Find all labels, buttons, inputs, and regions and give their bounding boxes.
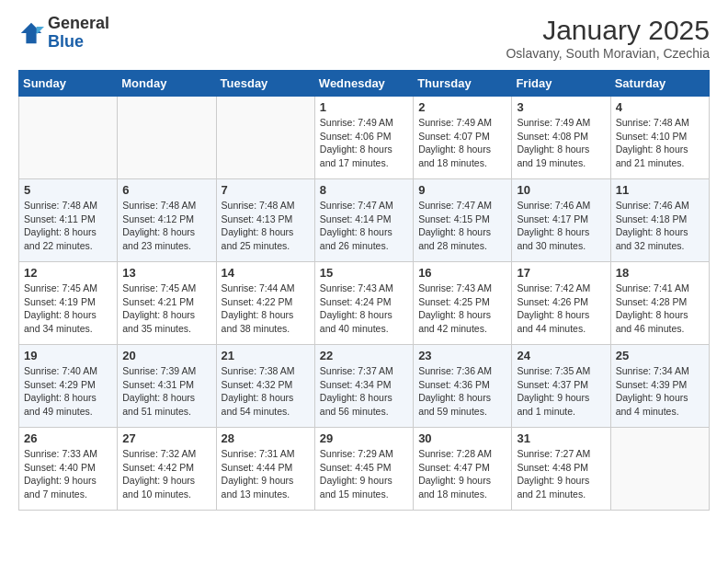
page-container: General Blue January 2025 Oslavany, Sout… [0,0,728,520]
col-monday: Monday [118,71,216,97]
calendar-cell: 27Sunrise: 7:32 AMSunset: 4:42 PMDayligh… [118,428,216,511]
logo-icon [18,20,44,46]
day-number: 6 [122,183,210,197]
day-number: 23 [418,349,506,362]
calendar-cell: 24Sunrise: 7:35 AMSunset: 4:37 PMDayligh… [512,345,610,428]
day-info: Sunrise: 7:37 AMSunset: 4:34 PMDaylight:… [320,364,408,419]
week-row-1: 1Sunrise: 7:49 AMSunset: 4:06 PMDaylight… [19,97,710,179]
calendar-cell [216,97,314,179]
day-info: Sunrise: 7:47 AMSunset: 4:14 PMDaylight:… [320,199,408,253]
day-info: Sunrise: 7:48 AMSunset: 4:13 PMDaylight:… [222,199,310,253]
day-number: 10 [517,183,605,197]
day-number: 18 [616,266,704,280]
month-title: January 2025 [506,15,710,46]
svg-marker-0 [21,23,41,43]
col-thursday: Thursday [414,71,512,97]
day-info: Sunrise: 7:34 AMSunset: 4:39 PMDaylight:… [616,364,704,419]
day-info: Sunrise: 7:28 AMSunset: 4:47 PMDaylight:… [418,447,506,501]
day-number: 31 [517,431,605,445]
calendar-cell: 19Sunrise: 7:40 AMSunset: 4:29 PMDayligh… [19,345,118,428]
day-number: 17 [517,266,605,280]
calendar-cell: 16Sunrise: 7:43 AMSunset: 4:25 PMDayligh… [414,262,512,345]
calendar-cell: 9Sunrise: 7:47 AMSunset: 4:15 PMDaylight… [414,179,512,262]
day-number: 14 [222,266,310,280]
page-header: General Blue January 2025 Oslavany, Sout… [18,15,710,61]
day-number: 12 [24,266,112,280]
day-number: 4 [616,100,704,114]
day-info: Sunrise: 7:45 AMSunset: 4:21 PMDaylight:… [122,282,210,336]
calendar-table: Sunday Monday Tuesday Wednesday Thursday… [18,70,710,511]
calendar-cell: 7Sunrise: 7:48 AMSunset: 4:13 PMDaylight… [216,179,314,262]
day-number: 3 [517,100,605,114]
day-info: Sunrise: 7:27 AMSunset: 4:48 PMDaylight:… [517,447,605,501]
day-info: Sunrise: 7:48 AMSunset: 4:11 PMDaylight:… [24,199,112,253]
calendar-cell: 3Sunrise: 7:49 AMSunset: 4:08 PMDaylight… [512,97,610,179]
calendar-cell [19,97,118,179]
calendar-cell: 20Sunrise: 7:39 AMSunset: 4:31 PMDayligh… [118,345,216,428]
day-number: 11 [616,183,704,197]
day-number: 20 [122,349,210,362]
day-number: 22 [320,349,408,362]
week-row-3: 12Sunrise: 7:45 AMSunset: 4:19 PMDayligh… [19,262,710,345]
logo-text: General Blue [48,15,109,52]
calendar-cell: 28Sunrise: 7:31 AMSunset: 4:44 PMDayligh… [216,428,314,511]
day-info: Sunrise: 7:35 AMSunset: 4:37 PMDaylight:… [517,364,605,419]
calendar-cell [610,428,709,511]
calendar-cell: 11Sunrise: 7:46 AMSunset: 4:18 PMDayligh… [610,179,709,262]
day-number: 24 [517,349,605,362]
day-number: 28 [222,431,310,445]
day-info: Sunrise: 7:29 AMSunset: 4:45 PMDaylight:… [320,447,408,501]
day-info: Sunrise: 7:43 AMSunset: 4:25 PMDaylight:… [418,282,506,336]
day-info: Sunrise: 7:39 AMSunset: 4:31 PMDaylight:… [122,364,210,419]
day-number: 9 [418,183,506,197]
calendar-cell: 13Sunrise: 7:45 AMSunset: 4:21 PMDayligh… [118,262,216,345]
calendar-cell: 12Sunrise: 7:45 AMSunset: 4:19 PMDayligh… [19,262,118,345]
day-number: 13 [122,266,210,280]
day-number: 19 [24,349,112,362]
calendar-cell: 1Sunrise: 7:49 AMSunset: 4:06 PMDaylight… [314,97,413,179]
day-number: 26 [24,431,112,445]
day-info: Sunrise: 7:48 AMSunset: 4:12 PMDaylight:… [122,199,210,253]
calendar-cell: 17Sunrise: 7:42 AMSunset: 4:26 PMDayligh… [512,262,610,345]
week-row-2: 5Sunrise: 7:48 AMSunset: 4:11 PMDaylight… [19,179,710,262]
calendar-cell: 2Sunrise: 7:49 AMSunset: 4:07 PMDaylight… [414,97,512,179]
week-row-5: 26Sunrise: 7:33 AMSunset: 4:40 PMDayligh… [19,428,710,511]
calendar-cell: 18Sunrise: 7:41 AMSunset: 4:28 PMDayligh… [610,262,709,345]
logo: General Blue [18,15,109,52]
day-number: 16 [418,266,506,280]
calendar-cell: 23Sunrise: 7:36 AMSunset: 4:36 PMDayligh… [414,345,512,428]
day-info: Sunrise: 7:45 AMSunset: 4:19 PMDaylight:… [24,282,112,336]
calendar-cell: 6Sunrise: 7:48 AMSunset: 4:12 PMDaylight… [118,179,216,262]
day-number: 1 [320,100,408,114]
calendar-cell: 5Sunrise: 7:48 AMSunset: 4:11 PMDaylight… [19,179,118,262]
day-number: 30 [418,431,506,445]
col-wednesday: Wednesday [314,71,413,97]
week-row-4: 19Sunrise: 7:40 AMSunset: 4:29 PMDayligh… [19,345,710,428]
calendar-cell: 8Sunrise: 7:47 AMSunset: 4:14 PMDaylight… [314,179,413,262]
svg-marker-1 [37,27,44,34]
location-subtitle: Oslavany, South Moravian, Czechia [506,46,710,61]
calendar-cell: 10Sunrise: 7:46 AMSunset: 4:17 PMDayligh… [512,179,610,262]
day-number: 29 [320,431,408,445]
day-info: Sunrise: 7:44 AMSunset: 4:22 PMDaylight:… [222,282,310,336]
day-number: 2 [418,100,506,114]
calendar-cell [118,97,216,179]
col-sunday: Sunday [19,71,118,97]
calendar-cell: 31Sunrise: 7:27 AMSunset: 4:48 PMDayligh… [512,428,610,511]
logo-blue-label: Blue [48,33,109,52]
day-info: Sunrise: 7:46 AMSunset: 4:18 PMDaylight:… [616,199,704,253]
day-info: Sunrise: 7:32 AMSunset: 4:42 PMDaylight:… [122,447,210,501]
day-info: Sunrise: 7:43 AMSunset: 4:24 PMDaylight:… [320,282,408,336]
calendar-cell: 30Sunrise: 7:28 AMSunset: 4:47 PMDayligh… [414,428,512,511]
col-saturday: Saturday [610,71,709,97]
calendar-header-row: Sunday Monday Tuesday Wednesday Thursday… [19,71,710,97]
day-info: Sunrise: 7:40 AMSunset: 4:29 PMDaylight:… [24,364,112,419]
calendar-cell: 22Sunrise: 7:37 AMSunset: 4:34 PMDayligh… [314,345,413,428]
day-number: 5 [24,183,112,197]
day-number: 8 [320,183,408,197]
col-tuesday: Tuesday [216,71,314,97]
calendar-cell: 4Sunrise: 7:48 AMSunset: 4:10 PMDaylight… [610,97,709,179]
day-info: Sunrise: 7:42 AMSunset: 4:26 PMDaylight:… [517,282,605,336]
day-info: Sunrise: 7:36 AMSunset: 4:36 PMDaylight:… [418,364,506,419]
calendar-cell: 25Sunrise: 7:34 AMSunset: 4:39 PMDayligh… [610,345,709,428]
